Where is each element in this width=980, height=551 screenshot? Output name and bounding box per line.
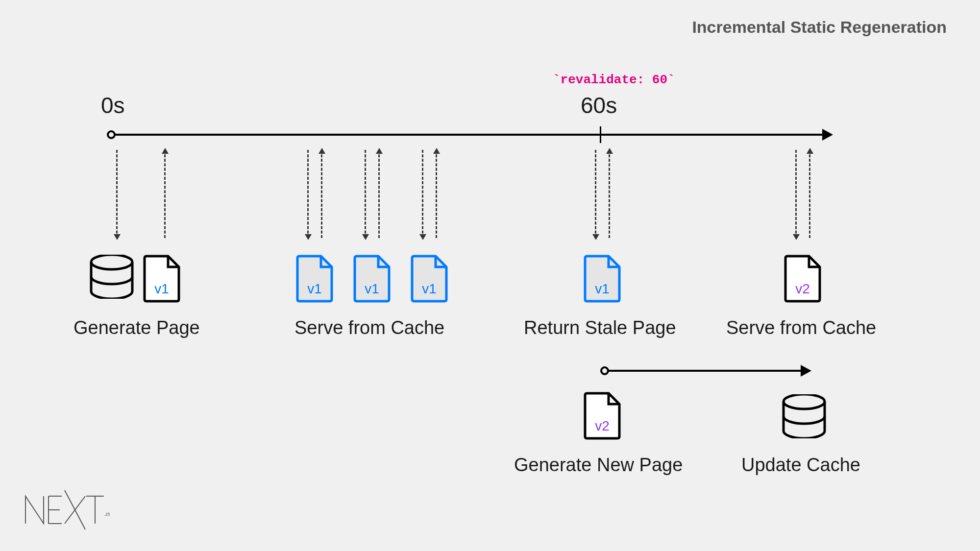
file-icon-v2-black: v2 <box>583 391 621 440</box>
sub-timeline-arrow-icon <box>801 364 815 378</box>
nextjs-logo: .JS <box>22 485 110 534</box>
timeline-tick-60s <box>600 126 601 143</box>
database-icon <box>89 255 134 299</box>
section-label-serve-cache-2: Serve from Cache <box>726 317 876 338</box>
file-icon-v1-blue: v1 <box>295 254 334 303</box>
section-label-update-cache: Update Cache <box>741 455 860 476</box>
connector-down <box>595 150 596 238</box>
file-icon-v1-blue: v1 <box>410 254 448 303</box>
file-version-label: v1 <box>353 281 391 297</box>
svg-point-0 <box>91 255 132 269</box>
connector-down <box>365 150 366 238</box>
connector-up <box>436 150 437 238</box>
connector-up <box>321 150 322 238</box>
file-icon-v2-black: v2 <box>784 254 822 303</box>
revalidate-code: `revalidate: 60` <box>553 72 675 87</box>
section-label-generate-new: Generate New Page <box>514 455 683 476</box>
file-version-label: v1 <box>410 281 448 297</box>
connector-up <box>609 150 610 238</box>
file-version-label: v2 <box>784 281 822 297</box>
section-label-serve-cache-1: Serve from Cache <box>294 317 444 338</box>
file-version-label: v2 <box>583 418 621 434</box>
connector-up <box>164 150 166 238</box>
database-icon <box>782 394 827 438</box>
svg-point-1 <box>784 394 825 409</box>
sub-timeline-start-marker <box>600 366 609 375</box>
logo-suffix: .JS <box>104 512 110 517</box>
connector-down <box>307 150 309 238</box>
file-version-label: v1 <box>143 281 181 297</box>
connector-down <box>795 150 797 238</box>
connector-down <box>422 150 423 238</box>
sub-timeline-axis <box>604 370 805 372</box>
diagram-title: Incremental Static Regeneration <box>692 18 947 37</box>
section-label-generate: Generate Page <box>74 317 200 338</box>
connector-down <box>116 150 118 238</box>
connector-up <box>378 150 380 238</box>
file-version-label: v1 <box>295 281 334 297</box>
time-label-60s: 60s <box>581 92 617 119</box>
timeline-start-marker <box>107 130 116 139</box>
timeline-arrow-icon <box>822 128 837 142</box>
section-label-stale: Return Stale Page <box>524 317 676 338</box>
file-icon-v1-blue: v1 <box>353 254 391 303</box>
file-version-label: v1 <box>583 281 621 297</box>
timeline-axis <box>110 134 827 136</box>
file-icon-v1-black: v1 <box>143 254 181 303</box>
time-label-0s: 0s <box>101 92 125 119</box>
connector-up <box>809 150 810 238</box>
file-icon-v1-blue: v1 <box>583 254 621 303</box>
